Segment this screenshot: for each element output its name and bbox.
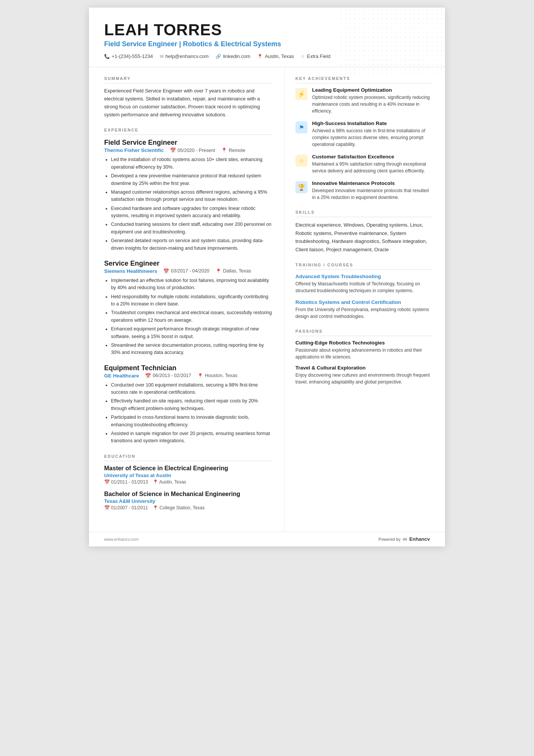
candidate-title: Field Service Engineer | Robotics & Elec… xyxy=(104,40,430,48)
edu-location-1: 📍 College Station, Texas xyxy=(153,505,205,510)
location-edu-icon-0: 📍 xyxy=(153,479,158,485)
brand-name: Enhancv xyxy=(409,536,430,542)
job-bullets-0: Led the installation of robotic systems … xyxy=(104,156,272,252)
bullet-1-3: Enhanced equipment performance through s… xyxy=(111,326,272,340)
bullet-0-3: Executed hardware and software upgrades … xyxy=(111,205,272,220)
bullet-2-2: Participated in cross-functional teams t… xyxy=(111,414,272,429)
footer-website: www.enhancv.com xyxy=(104,537,139,542)
experience-label: EXPERIENCE xyxy=(104,128,272,135)
linkedin-text: linkedin.com xyxy=(223,53,250,59)
bullet-1-0: Implemented an effective solution for to… xyxy=(111,277,272,292)
achievement-title-0: Leading Equipment Optimization xyxy=(312,87,433,93)
contact-email: ✉ help@enhancv.com xyxy=(160,53,209,59)
achievement-icon-3: 🏆 xyxy=(295,181,308,193)
job-meta-1: Siemens Healthineers 📅 03/2017 - 04/2020… xyxy=(104,268,272,274)
job-company-1: Siemens Healthineers xyxy=(104,268,157,274)
achievement-item-0: ⚡ Leading Equipment Optimization Optimiz… xyxy=(295,87,433,114)
skills-label: SKILLS xyxy=(295,210,433,217)
edu-degree-1: Bachelor of Science in Mechanical Engine… xyxy=(104,491,272,498)
achievement-icon-2: ☆ xyxy=(295,155,308,167)
bullet-1-4: Streamlined the service documentation pr… xyxy=(111,342,272,357)
edu-degree-0: Master of Science in Electrical Engineer… xyxy=(104,465,272,472)
job-title-2: Equipment Technician xyxy=(104,364,272,372)
achievements-label: KEY ACHIEVEMENTS xyxy=(295,76,433,83)
job-title-1: Service Engineer xyxy=(104,260,272,268)
achievement-desc-0: Optimized robotic system processes, sign… xyxy=(312,94,433,114)
achievement-item-1: ⚑ High-Success Installation Rate Achieve… xyxy=(295,121,433,148)
location-icon-1: 📍 xyxy=(215,268,222,274)
training-item-0: Advanced System Troubleshooting Offered … xyxy=(295,274,433,294)
job-block-0: Field Service Engineer Thermo Fisher Sci… xyxy=(104,139,272,252)
achievement-icon-1: ⚑ xyxy=(295,121,308,133)
calendar-icon-2: 📅 xyxy=(145,373,151,379)
achievement-content-1: High-Success Installation Rate Achieved … xyxy=(312,121,433,148)
bullet-1-2: Troubleshot complex mechanical and elect… xyxy=(111,309,272,324)
job-date-2: 📅 06/2013 - 02/2017 xyxy=(145,373,191,379)
bullet-2-1: Effectively handled on-site repairs, red… xyxy=(111,398,272,412)
education-label: EDUCATION xyxy=(104,454,272,461)
skills-section: SKILLS Electrical experience, Windows, O… xyxy=(295,210,433,254)
job-meta-2: GE Healthcare 📅 06/2013 - 02/2017 📍 Hous… xyxy=(104,373,272,379)
calendar-edu-icon-0: 📅 xyxy=(104,479,110,485)
achievement-icon-0: ⚡ xyxy=(295,88,308,100)
calendar-edu-icon-1: 📅 xyxy=(104,505,110,510)
calendar-icon-0: 📅 xyxy=(170,147,176,153)
training-section: TRAINING / COURSES Advanced System Troub… xyxy=(295,263,433,320)
right-column: KEY ACHIEVEMENTS ⚡ Leading Equipment Opt… xyxy=(285,67,445,531)
footer-brand: Powered by ∞ Enhancv xyxy=(378,536,430,543)
job-location-2: 📍 Houston, Texas xyxy=(197,373,237,379)
achievement-desc-1: Achieved a 98% success rate in first-tim… xyxy=(312,127,433,148)
email-text: help@enhancv.com xyxy=(166,53,209,59)
edu-meta-1: 📅 01/2007 - 01/2011 📍 College Station, T… xyxy=(104,505,272,510)
candidate-name: LEAH TORRES xyxy=(104,21,430,39)
passion-desc-1: Enjoy discovering new cultures and envir… xyxy=(295,372,433,385)
passion-desc-0: Passionate about exploring advancements … xyxy=(295,347,433,360)
job-bullets-1: Implemented an effective solution for to… xyxy=(104,277,272,357)
achievement-content-2: Customer Satisfaction Excellence Maintai… xyxy=(312,154,433,174)
training-desc-1: From the University of Pennsylvania, emp… xyxy=(295,306,433,320)
location-text: Austin, Texas xyxy=(265,53,294,59)
bullet-0-0: Led the installation of robotic systems … xyxy=(111,156,272,171)
resume-header: LEAH TORRES Field Service Engineer | Rob… xyxy=(89,8,445,67)
bullet-0-5: Generated detailed reports on service an… xyxy=(111,237,272,252)
job-title-0: Field Service Engineer xyxy=(104,139,272,147)
achievement-content-0: Leading Equipment Optimization Optimized… xyxy=(312,87,433,114)
training-desc-0: Offered by Massachusetts Institute of Te… xyxy=(295,280,433,294)
bullet-1-1: Held responsibility for multiple robotic… xyxy=(111,293,272,308)
job-date-1: 📅 03/2017 - 04/2020 xyxy=(163,268,209,274)
achievements-section: KEY ACHIEVEMENTS ⚡ Leading Equipment Opt… xyxy=(295,76,433,201)
left-column: SUMMARY Experienced Field Service Engine… xyxy=(89,67,285,531)
location-icon-0: 📍 xyxy=(221,147,227,153)
job-company-0: Thermo Fisher Scientific xyxy=(104,147,164,153)
edu-location-0: 📍 Austin, Texas xyxy=(153,479,186,485)
page-footer: www.enhancv.com Powered by ∞ Enhancv xyxy=(89,532,445,546)
achievement-desc-2: Maintained a 95% satisfaction rating thr… xyxy=(312,161,433,174)
job-bullets-2: Conducted over 100 equipment installatio… xyxy=(104,382,272,445)
edu-date-1: 📅 01/2007 - 01/2011 xyxy=(104,505,148,510)
passion-item-1: Travel & Cultural Exploration Enjoy disc… xyxy=(295,365,433,385)
phone-icon: 📞 xyxy=(104,54,110,59)
edu-school-1: Texas A&M University xyxy=(104,498,272,504)
training-label: TRAINING / COURSES xyxy=(295,263,433,270)
linkedin-icon: 🔗 xyxy=(215,54,221,59)
achievement-title-1: High-Success Installation Rate xyxy=(312,121,433,126)
job-meta-0: Thermo Fisher Scientific 📅 05/2020 - Pre… xyxy=(104,147,272,153)
resume-page: LEAH TORRES Field Service Engineer | Rob… xyxy=(89,8,445,546)
job-date-0: 📅 05/2020 - Present xyxy=(170,147,215,153)
edu-meta-0: 📅 01/2011 - 01/2013 📍 Austin, Texas xyxy=(104,479,272,485)
experience-section: EXPERIENCE Field Service Engineer Thermo… xyxy=(104,128,272,445)
summary-text: Experienced Field Service Engineer with … xyxy=(104,87,272,119)
location-icon-2: 📍 xyxy=(197,373,203,379)
infinity-icon: ∞ xyxy=(403,536,407,543)
bullet-2-3: Assisted in sample migration for over 20… xyxy=(111,430,272,445)
achievement-title-2: Customer Satisfaction Excellence xyxy=(312,154,433,160)
contact-linkedin: 🔗 linkedin.com xyxy=(215,53,250,59)
achievement-desc-3: Developed innovative maintenance protoco… xyxy=(312,187,433,201)
job-location-1: 📍 Dallas, Texas xyxy=(215,268,251,274)
powered-by-text: Powered by xyxy=(378,537,400,542)
location-icon: 📍 xyxy=(257,54,263,59)
job-block-2: Equipment Technician GE Healthcare 📅 06/… xyxy=(104,364,272,445)
contact-phone: 📞 +1-(234)-555-1234 xyxy=(104,53,153,59)
training-title-1: Robotics Systems and Control Certificati… xyxy=(295,299,433,305)
job-block-1: Service Engineer Siemens Healthineers 📅 … xyxy=(104,260,272,357)
